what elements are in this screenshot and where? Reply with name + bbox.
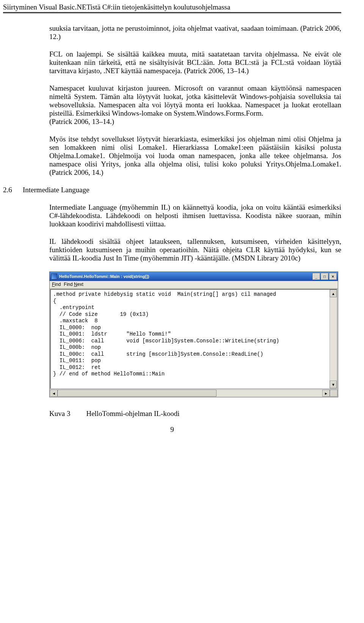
il-disassembler-window: HelloTommi.HelloTommi::Main : void(strin… — [49, 271, 341, 397]
section-number: 2.6 — [3, 186, 23, 194]
scroll-left-icon[interactable]: ◄ — [50, 390, 58, 397]
section-title: Intermediate Language — [23, 186, 341, 194]
menu-find-next[interactable]: Find Next — [64, 282, 83, 287]
paragraph: FCL on laajempi. Se sisältää kaikkea muu… — [49, 50, 341, 75]
minimize-button[interactable]: _ — [312, 273, 320, 280]
header-rule — [3, 12, 341, 14]
il-code-text[interactable]: .method private hidebysig static void Ma… — [51, 290, 329, 388]
horizontal-scrollbar[interactable]: ◄ ► — [50, 389, 337, 397]
paragraph: Myös itse tehdyt sovellukset löytyvät hi… — [49, 135, 341, 177]
scroll-thumb[interactable] — [58, 390, 217, 397]
window-title: HelloTommi.HelloTommi::Main : void(strin… — [59, 274, 149, 279]
window-titlebar[interactable]: HelloTommi.HelloTommi::Main : void(strin… — [50, 272, 338, 281]
paragraph: IL lähdekoodi sisältää ohjeet lataukseen… — [49, 237, 341, 262]
scroll-up-icon[interactable]: ▲ — [330, 290, 337, 297]
paragraph: Intermediate Language (myöhemmin IL) on … — [49, 203, 341, 228]
paragraph: Namespacet kuuluvat kirjaston juureen. M… — [49, 84, 341, 118]
running-header: Siirtyminen Visual Basic.NETistä C#:iin … — [3, 3, 341, 11]
maximize-button[interactable]: □ — [321, 273, 328, 280]
close-button[interactable]: × — [329, 273, 337, 280]
scroll-down-icon[interactable]: ▼ — [330, 381, 337, 388]
paragraph-citation: (Patrick 2006, 13–14.) — [49, 118, 341, 126]
figure-caption: Kuva 3 HelloTommi-ohjelman IL-koodi — [49, 410, 341, 418]
vertical-scrollbar[interactable]: ▲ ▼ — [329, 290, 337, 388]
resize-grip-icon[interactable] — [330, 390, 337, 397]
app-icon — [51, 273, 57, 279]
paragraph: suuksia tarvitaan, jotta ne perustoiminn… — [49, 24, 341, 41]
menubar: Find Find Next — [50, 281, 338, 289]
scroll-right-icon[interactable]: ► — [322, 390, 330, 397]
page-number: 9 — [3, 425, 341, 434]
menu-find[interactable]: Find — [52, 282, 61, 287]
figure-text: HelloTommi-ohjelman IL-koodi — [86, 410, 179, 418]
figure-label: Kuva 3 — [49, 410, 70, 418]
section-heading: 2.6 Intermediate Language — [3, 186, 341, 194]
